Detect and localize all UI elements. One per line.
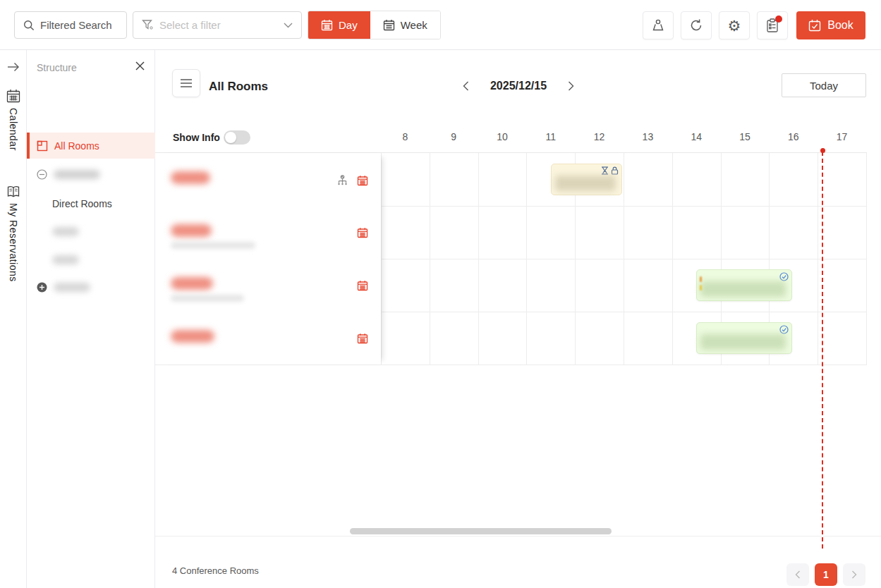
calendar-red-icon [357, 333, 368, 344]
search-icon [23, 20, 35, 31]
room-subtitle-redacted [171, 295, 244, 302]
rail-item-calendar[interactable]: Calendar [0, 89, 27, 151]
booking-event-pending[interactable] [551, 164, 622, 195]
room-actions [357, 227, 368, 238]
page-title: All Rooms [209, 80, 268, 94]
structure-toggle-button[interactable] [643, 11, 674, 39]
room-actions [336, 174, 368, 186]
prev-day-icon[interactable] [460, 78, 472, 94]
week-calendar-icon [383, 19, 395, 31]
room-list-column [155, 153, 381, 365]
top-toolbar: Filtered Search Select a filter Day Week… [0, 0, 881, 50]
settings-button[interactable]: ⚙ [719, 11, 750, 39]
room-row[interactable] [155, 312, 381, 365]
day-view-button[interactable]: Day [308, 11, 370, 39]
page-1-button[interactable]: 1 [815, 563, 837, 586]
book-button-label: Book [827, 19, 853, 32]
rail-label-my-reservations: My Reservations [8, 203, 19, 282]
book-button[interactable]: Book [796, 11, 865, 39]
rail-item-my-reservations[interactable]: My Reservations [0, 185, 27, 282]
refresh-icon [689, 18, 703, 32]
tasks-button[interactable] [757, 11, 788, 39]
check-circle-icon [779, 325, 789, 334]
close-icon[interactable] [135, 61, 145, 71]
calendar-red-icon [357, 227, 368, 238]
hourglass-icon [601, 166, 609, 175]
room-row[interactable] [155, 259, 381, 312]
next-page-button[interactable] [843, 563, 865, 586]
time-label: 9 [451, 131, 456, 142]
current-time-indicator [822, 152, 823, 549]
tree-item-direct-rooms[interactable]: Direct Rooms [27, 190, 155, 216]
room-name-redacted [171, 224, 212, 237]
time-label: 16 [788, 131, 799, 142]
room-booking-app: Filtered Search Select a filter Day Week… [0, 0, 881, 588]
collapse-minus-icon [37, 169, 47, 180]
filter-select[interactable]: Select a filter [133, 11, 302, 39]
view-switcher: Day Week [308, 11, 441, 39]
lock-icon [611, 166, 619, 175]
time-label: 12 [594, 131, 605, 142]
room-icon [37, 140, 48, 152]
room-actions [357, 280, 368, 291]
filter-icon [142, 19, 154, 31]
workflow-approved-icon[interactable] [336, 174, 348, 186]
structure-panel-title: Structure [37, 62, 77, 73]
tree-item-all-rooms[interactable]: All Rooms [27, 133, 155, 159]
structure-icon [650, 18, 666, 33]
check-circle-icon [779, 272, 789, 281]
next-day-icon[interactable] [565, 78, 577, 94]
event-priority-mark [700, 285, 702, 290]
prev-page-button[interactable] [786, 563, 809, 586]
redacted-label [54, 283, 90, 292]
tree-item-room-redacted[interactable] [27, 247, 155, 273]
booking-event-confirmed[interactable] [696, 269, 792, 301]
room-calendar-button[interactable] [357, 333, 368, 344]
booking-event-confirmed[interactable] [696, 322, 792, 354]
today-button[interactable]: Today [782, 73, 866, 97]
tree-item-add-redacted[interactable] [27, 274, 155, 300]
tree-item-room-redacted[interactable] [27, 219, 155, 245]
room-calendar-button[interactable] [357, 227, 368, 238]
room-row[interactable] [155, 153, 381, 206]
event-status-icons [779, 272, 789, 281]
event-status-icons [779, 325, 789, 334]
calendar-red-icon [357, 175, 368, 186]
current-date[interactable]: 2025/12/15 [490, 80, 547, 92]
event-status-icons [601, 166, 619, 175]
tree-item-label: Direct Rooms [52, 198, 112, 209]
event-text-redacted [700, 281, 786, 297]
filtered-search-input[interactable]: Filtered Search [14, 11, 127, 39]
tree-item-label: All Rooms [54, 140, 99, 152]
calendar-red-icon [357, 280, 368, 291]
hamburger-icon [180, 78, 193, 88]
room-calendar-button[interactable] [357, 280, 368, 291]
horizontal-scrollbar[interactable] [350, 528, 612, 534]
week-view-label: Week [401, 19, 427, 31]
time-label: 13 [643, 131, 654, 142]
day-calendar-icon [321, 19, 333, 31]
left-rail: Calendar My Reservations [0, 50, 27, 588]
room-row[interactable] [155, 206, 381, 259]
room-calendar-button[interactable] [357, 175, 368, 186]
show-info-toggle[interactable] [224, 130, 250, 145]
tasks-clipboard-icon [765, 18, 779, 33]
room-list-menu-button[interactable] [172, 69, 200, 97]
week-view-button[interactable]: Week [370, 11, 440, 39]
time-label: 10 [497, 131, 508, 142]
collapse-arrow-icon[interactable] [6, 61, 20, 73]
event-text-redacted [555, 176, 616, 191]
refresh-button[interactable] [681, 11, 712, 39]
filter-placeholder: Select a filter [159, 19, 221, 31]
search-placeholder: Filtered Search [40, 19, 112, 31]
show-info-label: Show Info [173, 132, 220, 143]
redacted-label [52, 227, 79, 236]
structure-panel: Structure All Rooms Direct Rooms [27, 50, 155, 588]
structure-panel-header: Structure [27, 59, 155, 78]
time-label: 15 [739, 131, 751, 142]
redacted-label [54, 170, 100, 179]
tree-item-building-redacted[interactable] [27, 161, 155, 188]
event-priority-mark [700, 276, 702, 282]
chevron-down-icon [284, 23, 293, 28]
redacted-label [52, 255, 79, 264]
